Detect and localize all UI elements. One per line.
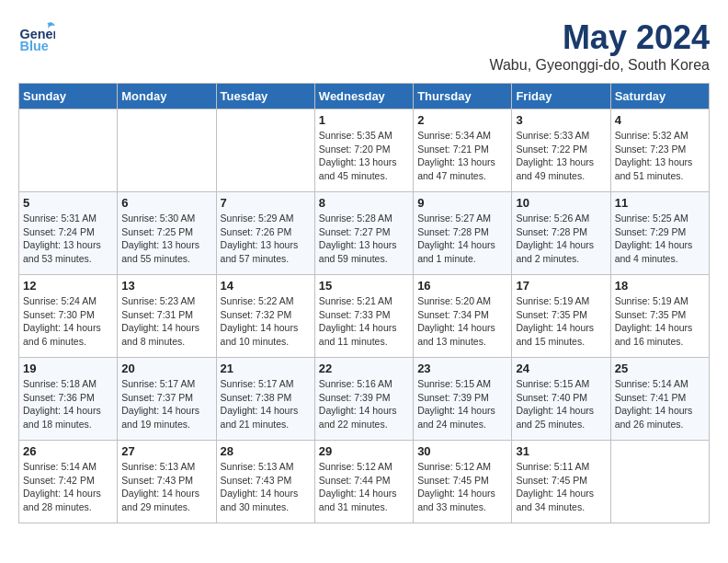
day-number: 21 [221,362,311,375]
day-number: 2 [417,113,507,127]
calendar-cell: 29Sunrise: 5:12 AM Sunset: 7:44 PM Dayli… [314,441,413,523]
day-detail: Sunrise: 5:11 AM Sunset: 7:45 PM Dayligh… [516,460,606,514]
calendar-week-row: 5Sunrise: 5:31 AM Sunset: 7:24 PM Daylig… [19,192,710,275]
calendar-cell: 27Sunrise: 5:13 AM Sunset: 7:43 PM Dayli… [118,441,216,523]
calendar-cell: 21Sunrise: 5:17 AM Sunset: 7:38 PM Dayli… [216,358,314,441]
day-number: 6 [121,196,211,210]
day-detail: Sunrise: 5:14 AM Sunset: 7:41 PM Dayligh… [615,377,705,431]
weekday-header-sunday: Sunday [19,84,118,109]
calendar-cell: 8Sunrise: 5:28 AM Sunset: 7:27 PM Daylig… [314,192,413,275]
day-number: 27 [121,444,211,458]
calendar-cell: 6Sunrise: 5:30 AM Sunset: 7:25 PM Daylig… [118,192,216,275]
day-number: 28 [221,444,311,458]
day-number: 9 [417,196,507,210]
day-number: 12 [23,279,113,293]
day-detail: Sunrise: 5:33 AM Sunset: 7:22 PM Dayligh… [516,129,606,183]
day-detail: Sunrise: 5:26 AM Sunset: 7:28 PM Dayligh… [516,212,606,266]
day-number: 30 [417,444,507,458]
calendar-cell: 3Sunrise: 5:33 AM Sunset: 7:22 PM Daylig… [512,109,610,192]
calendar-cell: 5Sunrise: 5:31 AM Sunset: 7:24 PM Daylig… [19,192,118,275]
day-detail: Sunrise: 5:17 AM Sunset: 7:37 PM Dayligh… [121,377,211,431]
weekday-header-monday: Monday [118,84,216,109]
day-detail: Sunrise: 5:14 AM Sunset: 7:42 PM Dayligh… [23,460,113,514]
calendar-cell: 9Sunrise: 5:27 AM Sunset: 7:28 PM Daylig… [414,192,512,275]
day-number: 13 [121,279,211,293]
day-detail: Sunrise: 5:24 AM Sunset: 7:30 PM Dayligh… [23,294,113,349]
calendar-table: SundayMondayTuesdayWednesdayThursdayFrid… [18,83,710,523]
day-detail: Sunrise: 5:30 AM Sunset: 7:25 PM Dayligh… [121,212,211,266]
day-detail: Sunrise: 5:27 AM Sunset: 7:28 PM Dayligh… [417,212,507,266]
calendar-week-row: 19Sunrise: 5:18 AM Sunset: 7:36 PM Dayli… [19,358,710,441]
calendar-cell: 31Sunrise: 5:11 AM Sunset: 7:45 PM Dayli… [512,441,610,523]
weekday-header-thursday: Thursday [414,84,512,109]
day-number: 23 [417,362,507,375]
calendar-cell [610,441,709,523]
day-number: 22 [319,362,409,375]
calendar-cell: 15Sunrise: 5:21 AM Sunset: 7:33 PM Dayli… [314,275,413,358]
day-number: 8 [319,196,409,210]
day-number: 1 [319,113,409,127]
day-detail: Sunrise: 5:15 AM Sunset: 7:40 PM Dayligh… [516,377,606,431]
day-detail: Sunrise: 5:19 AM Sunset: 7:35 PM Dayligh… [516,294,606,349]
calendar-cell: 19Sunrise: 5:18 AM Sunset: 7:36 PM Dayli… [19,358,118,441]
day-detail: Sunrise: 5:22 AM Sunset: 7:32 PM Dayligh… [221,294,311,349]
day-detail: Sunrise: 5:32 AM Sunset: 7:23 PM Dayligh… [615,129,705,183]
day-number: 5 [23,196,113,210]
day-number: 25 [615,362,705,375]
day-number: 7 [221,196,311,210]
day-detail: Sunrise: 5:31 AM Sunset: 7:24 PM Dayligh… [23,212,113,266]
calendar-cell: 7Sunrise: 5:29 AM Sunset: 7:26 PM Daylig… [216,192,314,275]
day-detail: Sunrise: 5:13 AM Sunset: 7:43 PM Dayligh… [221,460,311,514]
calendar-week-row: 12Sunrise: 5:24 AM Sunset: 7:30 PM Dayli… [19,275,710,358]
day-detail: Sunrise: 5:16 AM Sunset: 7:39 PM Dayligh… [319,377,409,431]
weekday-header-friday: Friday [512,84,610,109]
logo: General Blue [18,18,55,55]
calendar-cell: 25Sunrise: 5:14 AM Sunset: 7:41 PM Dayli… [610,358,709,441]
title-block: May 2024 Wabu, Gyeonggi-do, South Korea [489,18,710,74]
day-detail: Sunrise: 5:20 AM Sunset: 7:34 PM Dayligh… [417,294,507,349]
day-detail: Sunrise: 5:15 AM Sunset: 7:39 PM Dayligh… [417,377,507,431]
location: Wabu, Gyeonggi-do, South Korea [489,57,710,74]
calendar-cell: 4Sunrise: 5:32 AM Sunset: 7:23 PM Daylig… [610,109,709,192]
calendar-cell: 1Sunrise: 5:35 AM Sunset: 7:20 PM Daylig… [314,109,413,192]
weekday-header-row: SundayMondayTuesdayWednesdayThursdayFrid… [19,84,710,109]
day-detail: Sunrise: 5:28 AM Sunset: 7:27 PM Dayligh… [319,212,409,266]
weekday-header-tuesday: Tuesday [216,84,314,109]
calendar-cell: 23Sunrise: 5:15 AM Sunset: 7:39 PM Dayli… [414,358,512,441]
calendar-cell: 16Sunrise: 5:20 AM Sunset: 7:34 PM Dayli… [414,275,512,358]
day-number: 15 [319,279,409,293]
day-number: 20 [121,362,211,375]
calendar-cell: 30Sunrise: 5:12 AM Sunset: 7:45 PM Dayli… [414,441,512,523]
calendar-cell [118,109,216,192]
month-title: May 2024 [489,18,710,57]
calendar-cell: 11Sunrise: 5:25 AM Sunset: 7:29 PM Dayli… [610,192,709,275]
day-number: 3 [516,113,606,127]
day-detail: Sunrise: 5:23 AM Sunset: 7:31 PM Dayligh… [121,294,211,349]
calendar-cell [216,109,314,192]
day-number: 11 [615,196,705,210]
day-number: 4 [615,113,705,127]
day-detail: Sunrise: 5:12 AM Sunset: 7:45 PM Dayligh… [417,460,507,514]
calendar-cell: 18Sunrise: 5:19 AM Sunset: 7:35 PM Dayli… [610,275,709,358]
calendar-cell [19,109,118,192]
calendar-cell: 26Sunrise: 5:14 AM Sunset: 7:42 PM Dayli… [19,441,118,523]
day-detail: Sunrise: 5:25 AM Sunset: 7:29 PM Dayligh… [615,212,705,266]
calendar-cell: 13Sunrise: 5:23 AM Sunset: 7:31 PM Dayli… [118,275,216,358]
day-number: 26 [23,444,113,458]
day-number: 10 [516,196,606,210]
weekday-header-saturday: Saturday [610,84,709,109]
day-detail: Sunrise: 5:19 AM Sunset: 7:35 PM Dayligh… [615,294,705,349]
day-number: 31 [516,444,606,458]
calendar-week-row: 26Sunrise: 5:14 AM Sunset: 7:42 PM Dayli… [19,441,710,523]
calendar-cell: 2Sunrise: 5:34 AM Sunset: 7:21 PM Daylig… [414,109,512,192]
day-number: 29 [319,444,409,458]
day-detail: Sunrise: 5:12 AM Sunset: 7:44 PM Dayligh… [319,460,409,514]
day-detail: Sunrise: 5:21 AM Sunset: 7:33 PM Dayligh… [319,294,409,349]
day-number: 24 [516,362,606,375]
calendar-cell: 14Sunrise: 5:22 AM Sunset: 7:32 PM Dayli… [216,275,314,358]
logo-icon: General Blue [18,18,55,55]
day-number: 14 [221,279,311,293]
svg-text:Blue: Blue [20,39,49,53]
calendar-cell: 17Sunrise: 5:19 AM Sunset: 7:35 PM Dayli… [512,275,610,358]
day-detail: Sunrise: 5:13 AM Sunset: 7:43 PM Dayligh… [121,460,211,514]
